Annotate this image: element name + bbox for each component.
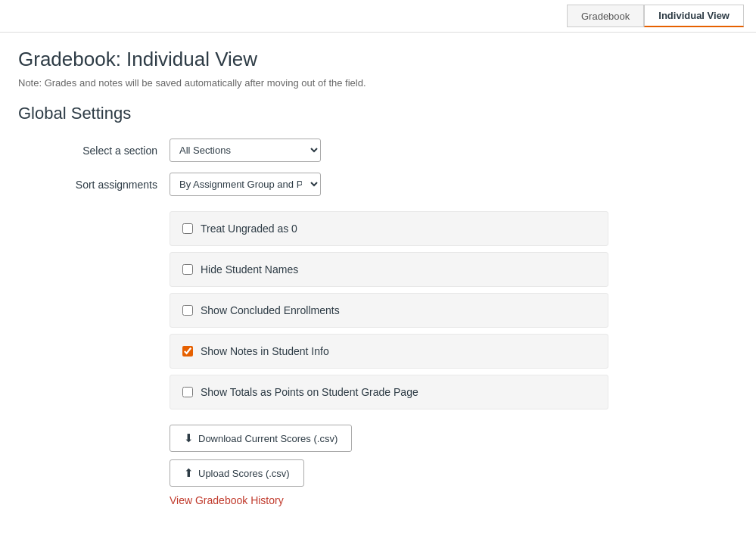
checkbox-treat-ungraded-row: Treat Ungraded as 0 (170, 211, 608, 246)
download-scores-button[interactable]: ⬇ Download Current Scores (.csv) (170, 425, 352, 452)
select-section-label: Select a section (18, 145, 170, 157)
treat-ungraded-label: Treat Ungraded as 0 (201, 223, 297, 235)
hide-student-names-checkbox[interactable] (182, 264, 193, 275)
treat-ungraded-checkbox[interactable] (182, 223, 193, 234)
top-bar: Gradebook Individual View (0, 0, 756, 33)
select-section-row: Select a section All Sections Section 1 … (18, 139, 738, 162)
show-totals-label: Show Totals as Points on Student Grade P… (201, 386, 418, 398)
show-notes-label: Show Notes in Student Info (201, 345, 329, 357)
sort-assignments-dropdown[interactable]: By Assignment Group and Posit By Due Dat… (170, 173, 321, 196)
global-settings-heading: Global Settings (18, 104, 738, 123)
select-section-dropdown[interactable]: All Sections Section 1 Section 2 (170, 139, 321, 162)
sort-assignments-row: Sort assignments By Assignment Group and… (18, 173, 738, 196)
auto-save-note: Note: Grades and notes will be saved aut… (18, 77, 738, 89)
settings-form: Select a section All Sections Section 1 … (18, 139, 738, 196)
upload-scores-button[interactable]: ⬆ Upload Scores (.csv) (170, 459, 304, 487)
download-scores-label: Download Current Scores (.csv) (198, 433, 338, 444)
tab-individual-view[interactable]: Individual View (644, 5, 744, 27)
checkbox-show-concluded-row: Show Concluded Enrollments (170, 293, 608, 328)
main-content: Gradebook: Individual View Note: Grades … (0, 33, 756, 522)
hide-student-names-label: Hide Student Names (201, 263, 298, 276)
checkboxes-container: Treat Ungraded as 0 Hide Student Names S… (170, 211, 608, 409)
show-totals-checkbox[interactable] (182, 387, 193, 397)
upload-icon: ⬆ (184, 466, 194, 480)
checkbox-hide-student-names-row: Hide Student Names (170, 252, 608, 287)
show-notes-checkbox[interactable] (182, 346, 193, 357)
action-buttons-container: ⬇ Download Current Scores (.csv) ⬆ Uploa… (170, 425, 738, 506)
page-title: Gradebook: Individual View (18, 48, 738, 71)
show-concluded-checkbox[interactable] (182, 305, 193, 316)
sort-assignments-label: Sort assignments (18, 179, 170, 191)
view-gradebook-history-link[interactable]: View Gradebook History (170, 494, 284, 506)
tab-gradebook[interactable]: Gradebook (567, 5, 644, 27)
show-concluded-label: Show Concluded Enrollments (201, 304, 340, 316)
checkbox-show-notes-row: Show Notes in Student Info (170, 334, 608, 369)
upload-scores-label: Upload Scores (.csv) (198, 468, 290, 479)
checkbox-show-totals-row: Show Totals as Points on Student Grade P… (170, 375, 608, 409)
download-icon: ⬇ (184, 431, 194, 445)
